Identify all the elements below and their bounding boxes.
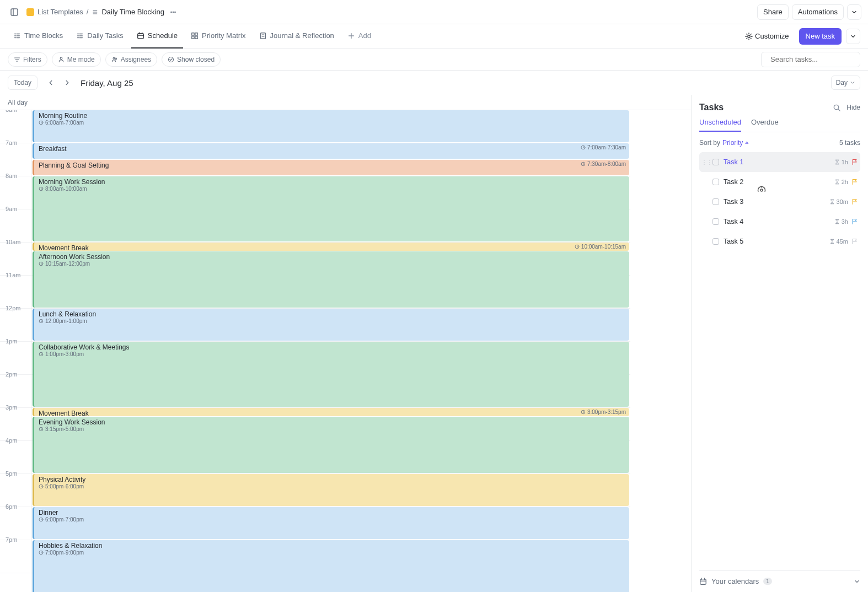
event-time: 5:00pm-6:00pm [39,483,625,489]
calendar-event[interactable]: Morning Work Session8:00am-10:00am [33,176,629,241]
add-view-button[interactable]: Add [342,24,377,49]
calendar-event[interactable]: Lunch & Relaxation12:00pm-1:00pm [33,309,629,341]
event-title: Dinner [39,509,625,516]
person-icon [58,56,65,63]
calendar-event[interactable]: Planning & Goal Setting7:30am-8:00am [33,160,629,175]
tab-overdue[interactable]: Overdue [751,118,779,132]
task-checkbox[interactable] [712,179,719,185]
task-list: ⋮⋮Task 11h⋮⋮Task 22h⋮⋮Task 330m⋮⋮Task 43… [699,152,860,566]
search-input[interactable] [770,55,863,63]
hide-panel-button[interactable]: Hide [846,104,860,111]
task-item[interactable]: ⋮⋮Task 11h [699,152,860,172]
hour-label: 3pm [6,404,17,411]
hour-label: 8am [6,173,17,179]
sidebar-toggle-icon[interactable] [7,4,22,20]
calendar-event[interactable]: Hobbies & Relaxation7:00pm-9:00pm [33,540,629,592]
event-time: 3:15pm-5:00pm [39,426,625,432]
tab-unscheduled[interactable]: Unscheduled [699,118,741,132]
all-day-row[interactable]: All day [0,95,691,110]
task-checkbox[interactable] [712,198,719,205]
assignees-chip[interactable]: Assignees [105,52,157,67]
more-icon[interactable] [168,7,179,18]
view-tab-schedule[interactable]: Schedule [131,24,183,49]
breadcrumb: List Templates / Daily Time Blocking [26,7,179,18]
filters-chip[interactable]: Filters [8,52,47,67]
new-task-dropdown[interactable] [846,29,860,44]
today-button[interactable]: Today [8,76,37,90]
svg-rect-24 [192,33,194,35]
breadcrumb-current[interactable]: Daily Time Blocking [101,8,164,16]
calendar-event[interactable]: Evening Work Session3:15pm-5:00pm [33,417,629,473]
calendar-icon [137,32,144,40]
view-range-select[interactable]: Day [831,76,860,90]
show-closed-chip[interactable]: Show closed [162,52,221,67]
chevron-down-icon [850,33,856,40]
hourglass-icon [834,219,840,224]
task-item[interactable]: ⋮⋮Task 22h [699,172,860,192]
view-tab-daily-tasks[interactable]: Daily Tasks [71,24,129,49]
automations-dropdown[interactable] [847,4,861,20]
hourglass-icon [829,199,835,204]
calendar-event[interactable]: Dinner6:00pm-7:00pm [33,507,629,539]
breadcrumb-parent[interactable]: List Templates [37,8,83,16]
calendar-event[interactable]: Movement Break3:00pm-3:15pm [33,408,629,416]
view-tab-time-blocks[interactable]: Time Blocks [8,24,68,49]
task-estimate: 2h [834,179,848,185]
list-icon [76,32,84,40]
event-time: 7:00am-7:30am [581,144,626,150]
events-column[interactable]: Morning Routine6:00am-7:00amBreakfast7:0… [31,110,630,592]
svg-point-33 [748,35,750,37]
task-count: 5 tasks [839,139,860,147]
task-item[interactable]: ⋮⋮Task 545m [699,232,860,251]
new-task-button[interactable]: New task [799,28,842,45]
calendar-grid[interactable]: 6am7am8am9am10am11am12pm1pm2pm3pm4pm5pm6… [0,110,691,592]
calendar-event[interactable]: Physical Activity5:00pm-6:00pm [33,474,629,506]
check-circle-icon [168,56,174,63]
calendar-event[interactable]: Morning Routine6:00am-7:00am [33,110,629,142]
search-input-wrapper[interactable] [761,52,860,67]
prev-day-button[interactable] [43,75,58,90]
sort-by-select[interactable]: Priority [722,139,749,147]
svg-point-5 [171,12,172,12]
flag-icon [851,238,858,245]
task-item[interactable]: ⋮⋮Task 43h [699,212,860,232]
drag-handle-icon[interactable]: ⋮⋮ [701,159,708,165]
automations-button[interactable]: Automations [792,4,844,20]
next-day-button[interactable] [60,75,75,90]
calendar: All day 6am7am8am9am10am11am12pm1pm2pm3p… [0,95,692,592]
task-item[interactable]: ⋮⋮Task 330m [699,192,860,212]
hour-label: 5pm [6,470,17,477]
calendars-toggle[interactable]: Your calendars 1 [699,577,860,585]
svg-rect-0 [11,9,18,15]
calendar-event[interactable]: Collaborative Work & Meetings1:00pm-3:00… [33,342,629,407]
svg-rect-20 [138,33,144,39]
task-checkbox[interactable] [712,238,719,245]
svg-rect-27 [195,36,197,38]
task-checkbox[interactable] [712,218,719,225]
search-icon[interactable] [833,104,841,112]
event-time: 10:15am-12:00pm [39,261,625,267]
event-title: Physical Activity [39,476,625,483]
svg-point-39 [115,58,117,60]
people-icon [111,56,118,63]
customize-button[interactable]: Customize [740,29,794,44]
task-name: Task 5 [724,238,829,245]
event-title: Evening Work Session [39,418,625,426]
task-name: Task 3 [724,198,829,206]
task-checkbox[interactable] [712,159,719,165]
view-tab-journal-reflection[interactable]: Journal & Reflection [254,24,340,49]
event-title: Planning & Goal Setting [39,162,625,169]
calendar-event[interactable]: Breakfast7:00am-7:30am [33,143,629,159]
clock-icon [39,427,44,432]
me-mode-chip[interactable]: Me mode [52,52,101,67]
event-time: 3:00pm-3:15pm [581,409,626,415]
event-time: 7:00pm-9:00pm [39,550,625,556]
calendar-event[interactable]: Movement Break10:00am-10:15am [33,243,629,251]
event-title: Breakfast [39,145,625,153]
view-tab-priority-matrix[interactable]: Priority Matrix [185,24,251,49]
doc-icon [259,32,267,40]
calendar-event[interactable]: Afternoon Work Session10:15am-12:00pm [33,251,629,308]
share-button[interactable]: Share [757,4,789,20]
list-icon [13,32,21,40]
clock-icon [575,244,580,249]
